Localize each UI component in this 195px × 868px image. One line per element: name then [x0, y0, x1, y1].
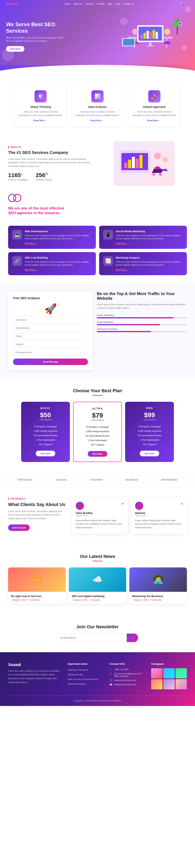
list-item: 25 Analytics Campaign	[129, 424, 170, 429]
progress-label-2: Email Marketing	[97, 321, 187, 323]
svg-point-13	[132, 29, 138, 35]
svg-point-34	[159, 173, 162, 176]
footer-link-1[interactable]: Strategy & Research	[67, 669, 88, 671]
footer-link-3[interactable]: Web Security & Developments	[67, 678, 98, 680]
footer-instagram-title: Instagram	[151, 662, 187, 665]
test-name-1: Halie Bradley	[76, 512, 123, 515]
svg-rect-10	[156, 32, 158, 39]
service-readmore-4[interactable]: Read More →	[116, 269, 129, 271]
logo[interactable]: Seaaal	[6, 2, 19, 6]
nav-blog[interactable]: Blog	[108, 3, 112, 5]
service-desc-3: There are many variations of lorem passa…	[25, 260, 92, 267]
feature-icon-3: 🚀	[148, 90, 161, 102]
plan-name-pro: PRO	[129, 407, 170, 410]
feature-title-3: United Approach	[132, 105, 176, 108]
news-headline: Our Latest News	[8, 554, 187, 559]
plan-cta-ultra[interactable]: Buy Now	[88, 451, 107, 457]
partners-section: PARTAGEDZ Authentic HOSOREN BUSINESS BRA…	[0, 472, 195, 488]
list-item: 15 Analytics Campaign	[25, 424, 66, 429]
features-section: 🛡️ Sharp Thinking There are many variati…	[0, 75, 195, 133]
seo-support-input[interactable]	[13, 341, 88, 347]
news-cards: 👐 Do right now to feel less October 4, 2…	[8, 567, 187, 604]
stat-number-2: 256%	[36, 172, 52, 179]
newsletter-submit-button[interactable]: →	[127, 633, 138, 642]
service-content-3: SEO Link Building There are many variati…	[25, 256, 92, 271]
svg-rect-26	[124, 162, 128, 168]
rocket-icon: 🚀	[13, 303, 88, 315]
footer-about-col: Seaaal There are many variations of Lore…	[8, 662, 61, 689]
list-item: 24×7 Support	[78, 442, 117, 447]
nav-about[interactable]: About Us	[73, 3, 82, 5]
feature-desc-3: There are many variations of lorem passa…	[132, 110, 176, 117]
list-item: 1 Free Optimization	[25, 438, 66, 442]
nav-portfolio[interactable]: Portfolio	[97, 3, 105, 5]
traffic-section: Be on the Top & Get More Traffic to Your…	[97, 291, 187, 370]
plan-features-pro: 25 Analytics Campaign 5,300 change keywo…	[129, 424, 170, 446]
nav-contact[interactable]: Contact Us	[123, 3, 134, 5]
feature-readmore-3[interactable]: Read More →	[147, 119, 162, 122]
service-desc-2: There are many variations of lorem passa…	[116, 234, 183, 240]
newsletter-section: Join Our Newsletter →	[0, 614, 195, 652]
svg-point-32	[163, 157, 168, 162]
nav-services[interactable]: Services	[85, 3, 94, 5]
progress-bar-3	[97, 331, 187, 332]
test-text-1: A guru without saying that customer data…	[76, 519, 123, 529]
service-card-3: 🔗 SEO Link Building There are many varia…	[8, 252, 96, 275]
progress-item-1: Online Marketing	[97, 314, 187, 318]
progress-item-2: Email Marketing	[97, 321, 187, 325]
nav-links: Home About Us Services Portfolio Blog Sh…	[64, 2, 134, 5]
wave-divider	[0, 65, 195, 75]
service-title-2: Social Media Marketing	[116, 230, 183, 233]
seo-send-button[interactable]: Send Message	[13, 359, 88, 365]
news-meta-1: October 4, 2018 3 Comments	[11, 599, 63, 601]
tagline-text: We are one of the most effective SEO age…	[8, 206, 187, 216]
footer-link-4[interactable]: Marketing Analysis	[67, 683, 86, 685]
seo-form-title: Free SEO Analysis	[13, 296, 88, 300]
svg-point-33	[152, 173, 155, 176]
contact-website: 🌐 www.yourdomain.com	[110, 679, 145, 682]
footer-link-2[interactable]: Website Design	[67, 673, 83, 676]
newsletter-email-input[interactable]	[57, 633, 127, 642]
feature-readmore-2[interactable]: Read More →	[90, 119, 105, 122]
test-avatar-1	[76, 502, 84, 510]
about-illustration	[114, 141, 175, 186]
seo-skype-input[interactable]	[13, 333, 88, 339]
nav-shop[interactable]: Shop	[115, 3, 120, 5]
instagram-item-3[interactable]	[175, 668, 187, 678]
plan-cta-basic[interactable]: Buy Now	[36, 451, 55, 456]
cart-icon[interactable]: 🛒	[186, 2, 189, 5]
tagline-section: We are one of the most effective SEO age…	[0, 204, 195, 222]
service-readmore-1[interactable]: Read More →	[25, 242, 38, 245]
about-stats: 1165+ Projects Completed 256% Satisfied …	[8, 172, 93, 181]
progress-bar-2	[97, 324, 187, 325]
testimonials-cta-button[interactable]: Get In Touch	[8, 524, 30, 531]
service-title-3: SEO Link Building	[25, 256, 92, 259]
list-item: 45 Social Media Review	[129, 433, 170, 438]
search-icon[interactable]: 🔍	[180, 2, 184, 5]
news-comments-2: 1 Comment	[89, 599, 100, 601]
instagram-item-6[interactable]	[175, 679, 187, 689]
feature-card-1: 🛡️ Sharp Thinking There are many variati…	[14, 85, 67, 127]
price-card-basic: BASIC $50 / PER MONTH 15 Analytics Campa…	[21, 402, 70, 462]
instagram-item-2[interactable]	[163, 668, 175, 678]
news-body-1: Do right now to feel less October 4, 201…	[8, 592, 65, 604]
feature-title-1: Sharp Thinking	[19, 105, 63, 108]
service-readmore-2[interactable]: Read More →	[116, 242, 129, 245]
instagram-item-5[interactable]	[163, 679, 175, 689]
testimonials-headline: What Clients Say About Us	[8, 502, 65, 507]
seo-email-input[interactable]	[13, 325, 88, 331]
instagram-item-4[interactable]	[151, 679, 163, 689]
test-name-2: Natasha	[135, 512, 183, 515]
pricing-underline	[92, 395, 103, 396]
nav-home[interactable]: Home	[64, 3, 71, 5]
about-section: About Us The #1 SEO Services Company Lor…	[0, 133, 195, 194]
svg-rect-29	[136, 159, 139, 168]
seo-name-input[interactable]	[13, 317, 88, 323]
hero-text: We Serve Best SEO Services Build Your We…	[6, 21, 67, 52]
contact-website-text: www.yourdomain.com	[114, 679, 136, 681]
service-readmore-3[interactable]: Read More →	[25, 269, 38, 271]
feature-readmore-1[interactable]: Read More →	[33, 119, 48, 122]
plan-cta-pro[interactable]: Buy Now	[140, 451, 159, 456]
instagram-item-1[interactable]	[151, 668, 163, 678]
seo-company-input[interactable]	[13, 349, 88, 355]
